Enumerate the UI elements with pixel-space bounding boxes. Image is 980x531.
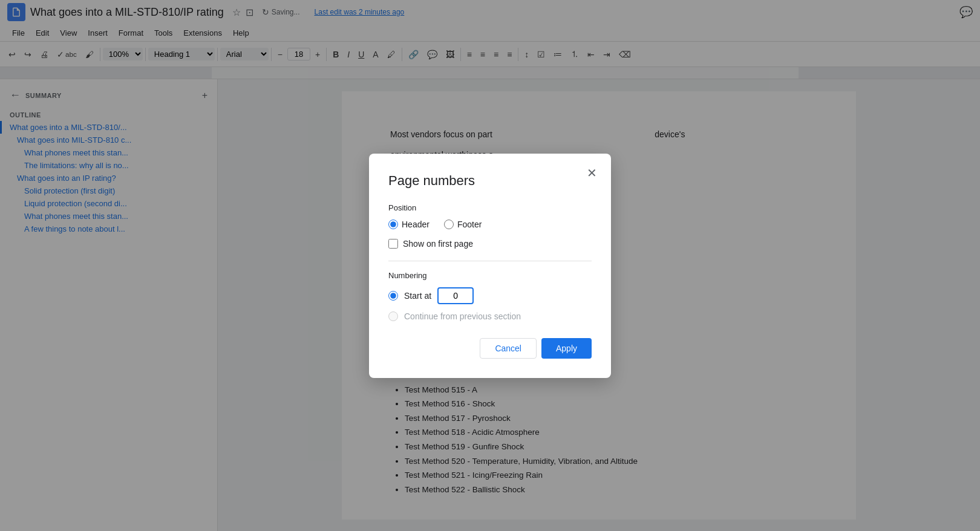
numbering-label: Numbering (388, 271, 592, 280)
continue-row: Continue from previous section (388, 311, 592, 321)
position-label: Position (388, 203, 592, 212)
show-first-page-checkbox[interactable] (388, 239, 398, 249)
page-numbers-dialog: Page numbers ✕ Position Header Footer Sh… (369, 154, 611, 378)
position-radio-group: Header Footer (388, 220, 592, 229)
dialog-footer: Cancel Apply (388, 338, 592, 359)
numbering-section: Numbering Start at Continue from previou… (388, 271, 592, 321)
dialog-title: Page numbers (388, 173, 592, 189)
start-at-label: Start at (404, 291, 431, 301)
header-radio-item[interactable]: Header (388, 220, 430, 229)
continue-radio[interactable] (388, 311, 398, 321)
overlay: Page numbers ✕ Position Header Footer Sh… (0, 0, 980, 531)
show-first-page-item[interactable]: Show on first page (388, 239, 592, 249)
footer-radio[interactable] (444, 220, 454, 229)
header-radio-label: Header (402, 220, 430, 229)
start-at-input[interactable] (437, 287, 474, 304)
footer-radio-label: Footer (457, 220, 482, 229)
cancel-button[interactable]: Cancel (480, 338, 537, 359)
divider (388, 261, 592, 261)
continue-label: Continue from previous section (404, 311, 521, 321)
footer-radio-item[interactable]: Footer (444, 220, 482, 229)
header-radio[interactable] (388, 220, 398, 229)
start-at-row: Start at (388, 287, 592, 304)
apply-button[interactable]: Apply (541, 338, 592, 359)
show-first-page-label: Show on first page (403, 239, 473, 249)
close-button[interactable]: ✕ (582, 163, 601, 183)
start-at-radio[interactable] (388, 291, 398, 301)
